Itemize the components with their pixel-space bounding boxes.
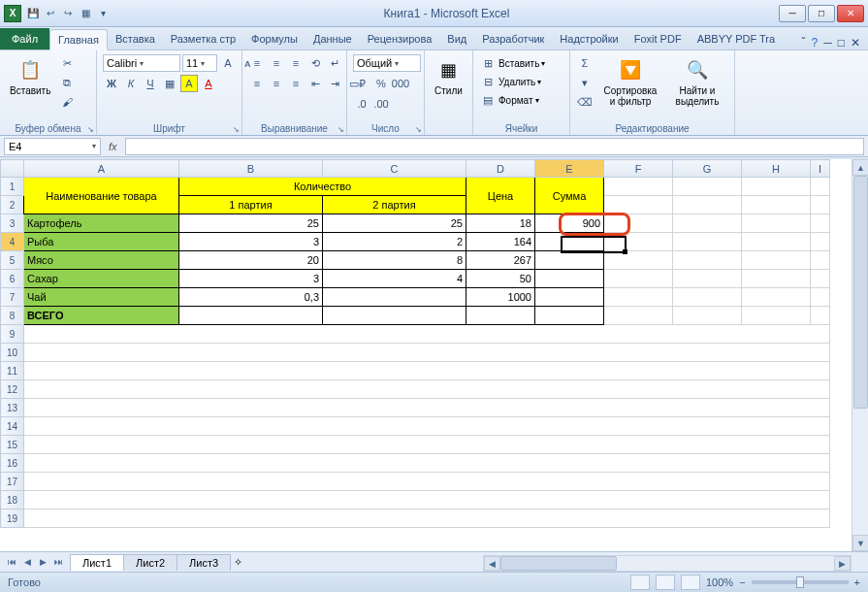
- cell[interactable]: Рыба: [24, 233, 179, 251]
- delete-cells-button[interactable]: ⊟Удалить▾: [479, 73, 541, 90]
- tab-foxit[interactable]: Foxit PDF: [627, 28, 690, 49]
- cell[interactable]: Количество: [179, 178, 466, 196]
- col-header[interactable]: A: [24, 160, 179, 178]
- sheet-tab[interactable]: Лист2: [123, 554, 177, 571]
- col-header[interactable]: D: [466, 160, 535, 178]
- name-box[interactable]: E4▾: [4, 138, 101, 155]
- row-header[interactable]: 7: [1, 288, 24, 307]
- cell[interactable]: [604, 251, 673, 270]
- worksheet[interactable]: A B C D E F G H I 1 Наименование товара …: [0, 159, 852, 551]
- row-header[interactable]: 4: [1, 233, 24, 251]
- row-header[interactable]: 16: [1, 454, 24, 473]
- row-header[interactable]: 6: [1, 270, 24, 288]
- align-middle-icon[interactable]: ≡: [268, 54, 285, 72]
- qat-dropdown-icon[interactable]: ▾: [95, 6, 111, 21]
- new-sheet-icon[interactable]: ✧: [234, 556, 242, 569]
- cell[interactable]: 2: [323, 233, 466, 251]
- cell[interactable]: [604, 214, 673, 233]
- col-header[interactable]: H: [742, 160, 811, 178]
- scroll-left-icon[interactable]: ◀: [484, 556, 500, 571]
- fill-color-icon[interactable]: A: [180, 75, 198, 92]
- formula-input[interactable]: [125, 138, 864, 155]
- close-button[interactable]: ✕: [837, 5, 864, 22]
- italic-button[interactable]: К: [122, 75, 140, 92]
- cell[interactable]: Чай: [24, 288, 179, 307]
- cell[interactable]: 18: [466, 214, 535, 233]
- col-header[interactable]: E: [535, 160, 604, 178]
- select-all-corner[interactable]: [1, 160, 24, 178]
- col-header[interactable]: G: [673, 160, 742, 178]
- cell[interactable]: [24, 510, 830, 528]
- cell[interactable]: [604, 178, 673, 196]
- cell[interactable]: [604, 196, 673, 214]
- row-header[interactable]: 19: [1, 510, 24, 528]
- cell[interactable]: [811, 233, 830, 251]
- row-header[interactable]: 14: [1, 417, 24, 436]
- scroll-up-icon[interactable]: ▲: [852, 159, 868, 176]
- cell[interactable]: Сумма: [535, 178, 604, 214]
- cell[interactable]: [604, 288, 673, 307]
- minimize-button[interactable]: ─: [779, 5, 806, 22]
- cell[interactable]: [24, 362, 830, 380]
- cell[interactable]: [604, 233, 673, 251]
- cell[interactable]: [24, 473, 830, 491]
- save-icon[interactable]: 💾: [25, 6, 41, 21]
- sheet-tab[interactable]: Лист3: [177, 554, 231, 571]
- cell[interactable]: ВСЕГО: [24, 307, 179, 325]
- mdi-min-icon[interactable]: ─: [823, 36, 832, 49]
- increase-indent-icon[interactable]: ⇥: [326, 75, 343, 92]
- vertical-scrollbar[interactable]: ▲ ▼: [852, 159, 868, 551]
- cell[interactable]: 1000: [466, 288, 535, 307]
- cell[interactable]: [535, 251, 604, 270]
- cell[interactable]: [811, 251, 830, 270]
- cell[interactable]: 25: [179, 214, 323, 233]
- file-tab[interactable]: Файл: [0, 28, 49, 49]
- cell[interactable]: Мясо: [24, 251, 179, 270]
- cell[interactable]: [673, 178, 742, 196]
- number-format-combo[interactable]: Общий▾: [353, 54, 421, 72]
- tab-nav-prev-icon[interactable]: ◀: [19, 554, 35, 570]
- bold-button[interactable]: Ж: [103, 75, 120, 92]
- cell[interactable]: [24, 399, 830, 417]
- launcher-icon[interactable]: ↘: [415, 125, 422, 134]
- zoom-in-icon[interactable]: +: [854, 576, 860, 588]
- cell[interactable]: [24, 380, 830, 399]
- row-header[interactable]: 11: [1, 362, 24, 380]
- font-size-combo[interactable]: 11▾: [182, 54, 217, 72]
- cell[interactable]: 25: [323, 214, 466, 233]
- align-top-icon[interactable]: ≡: [248, 54, 266, 72]
- cell-E4-selected[interactable]: [535, 233, 604, 251]
- row-header[interactable]: 3: [1, 214, 24, 233]
- cell[interactable]: 20: [179, 251, 323, 270]
- tab-addins[interactable]: Надстройки: [552, 28, 626, 49]
- cell[interactable]: [24, 454, 830, 473]
- cell[interactable]: 164: [466, 233, 535, 251]
- tab-formulas[interactable]: Формулы: [243, 28, 305, 49]
- help-icon[interactable]: ?: [812, 36, 819, 49]
- row-header[interactable]: 15: [1, 436, 24, 454]
- cell[interactable]: [24, 436, 830, 454]
- tab-nav-next-icon[interactable]: ▶: [35, 554, 50, 570]
- tab-abbyy[interactable]: ABBYY PDF Tra: [690, 28, 784, 49]
- view-layout-icon[interactable]: [656, 575, 675, 590]
- insert-cells-button[interactable]: ⊞Вставить▾: [479, 54, 545, 72]
- percent-icon[interactable]: %: [372, 75, 390, 92]
- fx-icon[interactable]: fx: [109, 141, 117, 152]
- cell[interactable]: [673, 196, 742, 214]
- cell[interactable]: [673, 270, 742, 288]
- grow-font-icon[interactable]: A: [219, 54, 237, 72]
- cell[interactable]: [742, 233, 811, 251]
- format-painter-icon[interactable]: 🖌: [58, 93, 76, 111]
- autosum-icon[interactable]: Σ: [576, 54, 594, 72]
- tab-layout[interactable]: Разметка стр: [163, 28, 243, 49]
- cell[interactable]: [466, 307, 535, 325]
- tab-review[interactable]: Рецензирова: [360, 28, 440, 49]
- increase-decimal-icon[interactable]: .0: [353, 95, 370, 113]
- tab-view[interactable]: Вид: [439, 28, 474, 49]
- cell[interactable]: [24, 417, 830, 436]
- cell[interactable]: [24, 491, 830, 510]
- cell[interactable]: [742, 270, 811, 288]
- tab-developer[interactable]: Разработчик: [474, 28, 552, 49]
- underline-button[interactable]: Ч: [142, 75, 159, 92]
- row-header[interactable]: 10: [1, 344, 24, 362]
